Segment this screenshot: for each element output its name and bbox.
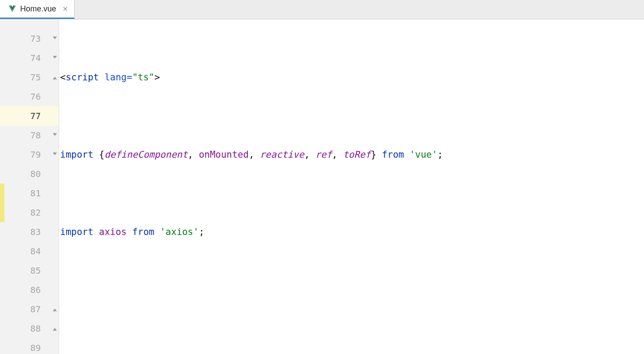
line-number: 80 xyxy=(0,164,41,184)
line-number: 83 xyxy=(0,222,41,242)
tab-filename: Home.vue xyxy=(20,4,56,14)
fold-marker-icon[interactable] xyxy=(50,29,59,48)
fold-column xyxy=(50,19,59,354)
line-number: 74 xyxy=(0,48,41,68)
code-line[interactable]: import {defineComponent, onMounted, reac… xyxy=(59,145,644,164)
fold-end-icon[interactable] xyxy=(50,68,59,87)
line-number: 75 xyxy=(0,68,41,87)
fold-end-icon[interactable] xyxy=(50,300,59,319)
line-number: 85 xyxy=(0,261,41,280)
code-line[interactable]: <script lang="ts"> xyxy=(59,68,644,87)
fold-marker-icon[interactable] xyxy=(50,48,59,68)
code-line[interactable] xyxy=(59,300,644,319)
line-number: 73 xyxy=(0,29,41,48)
line-number: 78 xyxy=(0,126,41,145)
editor[interactable]: 73 74 75 76 77 78 79 80 81 82 83 84 85 8… xyxy=(0,19,644,354)
line-number: 79 xyxy=(0,145,41,164)
line-number: 87 xyxy=(0,300,41,319)
code-area[interactable]: <script lang="ts"> import {defineCompone… xyxy=(59,19,644,354)
line-number: 88 xyxy=(0,319,41,338)
fold-marker-icon[interactable] xyxy=(50,145,59,164)
close-icon[interactable]: ✕ xyxy=(62,5,68,13)
fold-end-icon[interactable] xyxy=(50,319,59,338)
line-number: 89 xyxy=(0,338,41,354)
tab-home-vue[interactable]: Home.vue ✕ xyxy=(0,0,75,19)
vue-file-icon xyxy=(8,4,17,13)
line-number: 86 xyxy=(0,280,41,300)
tab-bar: Home.vue ✕ xyxy=(0,0,644,19)
line-gutter: 73 74 75 76 77 78 79 80 81 82 83 84 85 8… xyxy=(0,19,50,354)
line-number: 84 xyxy=(0,242,41,261)
code-line[interactable]: import axios from 'axios'; xyxy=(59,222,644,242)
line-number: 81 xyxy=(0,184,41,203)
line-number: 82 xyxy=(0,203,41,222)
line-number: 76 xyxy=(0,87,41,106)
fold-marker-icon[interactable] xyxy=(50,126,59,145)
line-number: 77 xyxy=(0,106,50,126)
